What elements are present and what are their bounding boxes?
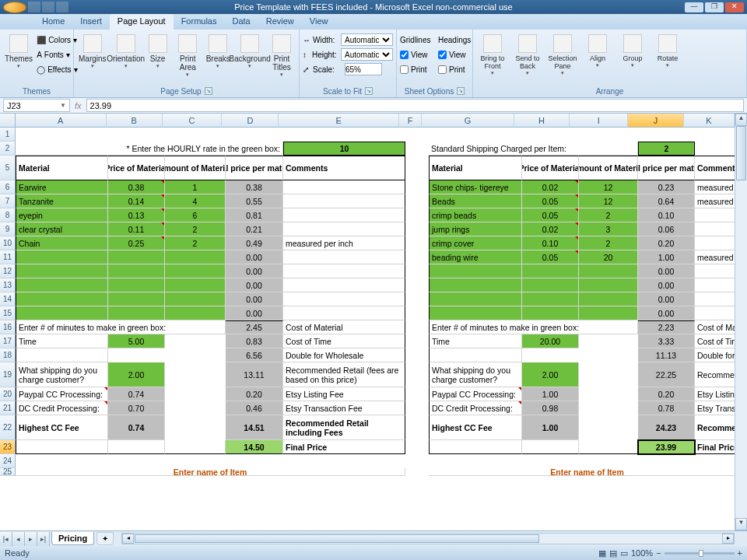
cell-G23[interactable] — [429, 440, 522, 454]
rotate-button[interactable]: Rotate▾ — [651, 33, 684, 84]
cell-B17[interactable]: 5.00 — [108, 334, 165, 348]
print-titles-button[interactable]: Print Titles▾ — [268, 33, 296, 84]
view-break-icon[interactable]: ▭ — [620, 548, 628, 558]
row-header-9[interactable]: 9 — [0, 222, 16, 236]
cell-D5[interactable]: Total price per material — [226, 156, 283, 180]
hscroll-thumb[interactable] — [135, 534, 539, 543]
cell-J10[interactable]: 0.20 — [638, 236, 695, 250]
cell-D16[interactable]: 2.45 — [226, 320, 283, 334]
cell-J9[interactable]: 0.06 — [638, 222, 695, 236]
cell-H6[interactable]: 0.02 — [522, 180, 579, 194]
cell-A22[interactable]: Highest CC Fee — [16, 415, 108, 440]
save-icon[interactable] — [28, 2, 40, 12]
cell-B23[interactable] — [108, 440, 165, 454]
cell-G22[interactable]: Highest CC Fee — [429, 415, 522, 440]
cell-A6[interactable]: Earwire — [16, 180, 108, 194]
cell-K22[interactable]: Recommende including Fe — [695, 415, 735, 440]
send-to-back-button[interactable]: Send to Back▾ — [511, 33, 544, 84]
name-box[interactable]: J23▼ — [3, 99, 70, 112]
cell-J2[interactable]: 2 — [638, 142, 695, 156]
col-header-D[interactable]: D — [222, 114, 279, 128]
cell-B9[interactable]: 0.11 — [108, 222, 165, 236]
fx-icon[interactable]: fx — [75, 101, 82, 110]
cell-A17[interactable]: Time — [16, 334, 108, 348]
gridlines-view-check[interactable] — [400, 51, 409, 59]
tab-data[interactable]: Data — [224, 14, 258, 30]
cell-J16[interactable]: 2.23 — [638, 320, 695, 334]
col-header-J[interactable]: J — [628, 114, 684, 128]
scroll-right-icon[interactable]: ▸ — [722, 534, 734, 544]
cell-G11[interactable]: beading wire — [429, 250, 522, 264]
size-button[interactable]: Size▾ — [144, 33, 172, 84]
cell-A10[interactable]: Chain — [16, 236, 108, 250]
cell-G17[interactable]: Time — [429, 334, 522, 348]
cell-A14[interactable] — [16, 292, 108, 306]
cell-J7[interactable]: 0.64 — [638, 194, 695, 208]
row-header-17[interactable]: 17 — [0, 334, 16, 348]
cell-H13[interactable] — [522, 278, 579, 292]
cell-K14[interactable] — [695, 292, 735, 306]
last-sheet-icon[interactable]: ▸| — [37, 532, 50, 546]
cell-E13[interactable] — [283, 278, 405, 292]
row-header-24[interactable]: 24 — [0, 454, 16, 468]
bring-to-front-button[interactable]: Bring to Front▾ — [476, 33, 509, 84]
tab-view[interactable]: View — [302, 14, 336, 30]
cell-B21[interactable]: 0.70 — [108, 401, 165, 415]
cell-D10[interactable]: 0.49 — [226, 236, 283, 250]
sheet-dialog-icon[interactable]: ↘ — [457, 87, 465, 95]
cell-I6[interactable]: 12 — [579, 180, 638, 194]
cell-H20[interactable]: 1.00 — [522, 387, 579, 401]
undo-icon[interactable] — [42, 2, 54, 12]
cell-H19[interactable]: 2.00 — [522, 362, 579, 387]
cell-E7[interactable] — [283, 194, 405, 208]
cell-B5[interactable]: Price of Material — [108, 156, 165, 180]
row-header-7[interactable]: 7 — [0, 194, 16, 208]
cell-I9[interactable]: 3 — [579, 222, 638, 236]
cell-C23[interactable] — [165, 440, 226, 454]
selection-pane-button[interactable]: Selection Pane▾ — [546, 33, 579, 84]
cell-J11[interactable]: 1.00 — [638, 250, 695, 264]
cell-G9[interactable]: jump rings — [429, 222, 522, 236]
cell-J14[interactable]: 0.00 — [638, 292, 695, 306]
cell-A23[interactable] — [16, 440, 108, 454]
cell-A16[interactable]: Enter # of minutes to make in green box: — [16, 320, 226, 334]
cell-G13[interactable] — [429, 278, 522, 292]
cell-D19[interactable]: 13.11 — [226, 362, 283, 387]
zoom-slider[interactable] — [665, 552, 735, 555]
cell-G18[interactable] — [429, 348, 522, 362]
cell-C7[interactable]: 4 — [165, 194, 226, 208]
cell-K9[interactable] — [695, 222, 735, 236]
row-header-16[interactable]: 16 — [0, 320, 16, 334]
cell-I13[interactable] — [579, 278, 638, 292]
cell-A7[interactable]: Tanzanite — [16, 194, 108, 208]
cell-J17[interactable]: 3.33 — [638, 334, 695, 348]
cell-G12[interactable] — [429, 264, 522, 278]
tab-insert[interactable]: Insert — [72, 14, 110, 30]
cell-A13[interactable] — [16, 278, 108, 292]
cell-B12[interactable] — [108, 264, 165, 278]
row-header-5[interactable]: 5 — [0, 156, 16, 180]
row-header-8[interactable]: 8 — [0, 208, 16, 222]
cell-C11[interactable] — [165, 250, 226, 264]
row-header-11[interactable]: 11 — [0, 250, 16, 264]
cell-I8[interactable]: 2 — [579, 208, 638, 222]
cell-J8[interactable]: 0.10 — [638, 208, 695, 222]
cell-K11[interactable]: measured per — [695, 250, 735, 264]
cell-J12[interactable]: 0.00 — [638, 264, 695, 278]
row-header-6[interactable]: 6 — [0, 180, 16, 194]
cell-D17[interactable]: 0.83 — [226, 334, 283, 348]
colors-button[interactable]: ⬛ Colors ▾ — [37, 33, 77, 47]
sheet-tab-pricing[interactable]: Pricing — [51, 532, 94, 545]
cell-E5[interactable]: Comments — [283, 156, 405, 180]
cell-B8[interactable]: 0.13 — [108, 208, 165, 222]
tab-page-layout[interactable]: Page Layout — [110, 14, 174, 30]
zoom-in-icon[interactable]: + — [738, 548, 742, 558]
cell-H22[interactable]: 1.00 — [522, 415, 579, 440]
cell-K21[interactable]: Etsy Transac — [695, 401, 735, 415]
headings-view-check[interactable] — [438, 51, 447, 59]
cell-J19[interactable]: 22.25 — [638, 362, 695, 387]
col-header-H[interactable]: H — [514, 114, 570, 128]
cell-K16[interactable]: Cost of Mater — [695, 320, 735, 334]
cell-A18[interactable] — [16, 348, 108, 362]
cell-B10[interactable]: 0.25 — [108, 236, 165, 250]
